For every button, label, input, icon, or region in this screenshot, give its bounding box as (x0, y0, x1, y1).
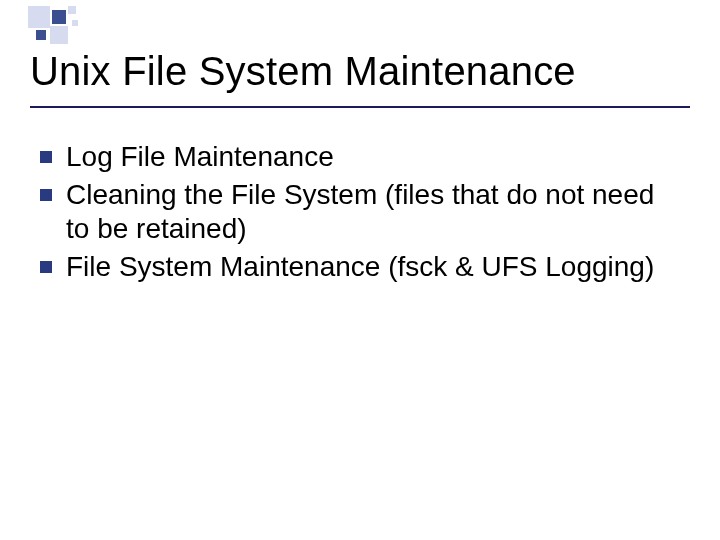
corner-decoration (28, 6, 148, 42)
square-bullet-icon (40, 151, 52, 163)
list-item-text: File System Maintenance (fsck & UFS Logg… (66, 250, 680, 284)
square-bullet-icon (40, 261, 52, 273)
list-item: Log File Maintenance (40, 140, 680, 174)
slide: Unix File System Maintenance Log File Ma… (0, 0, 720, 540)
list-item: File System Maintenance (fsck & UFS Logg… (40, 250, 680, 284)
square-bullet-icon (40, 189, 52, 201)
slide-body: Log File Maintenance Cleaning the File S… (40, 140, 680, 289)
list-item: Cleaning the File System (files that do … (40, 178, 680, 246)
slide-title: Unix File System Maintenance (30, 48, 576, 94)
list-item-text: Cleaning the File System (files that do … (66, 178, 680, 246)
list-item-text: Log File Maintenance (66, 140, 680, 174)
title-underline (30, 106, 690, 108)
